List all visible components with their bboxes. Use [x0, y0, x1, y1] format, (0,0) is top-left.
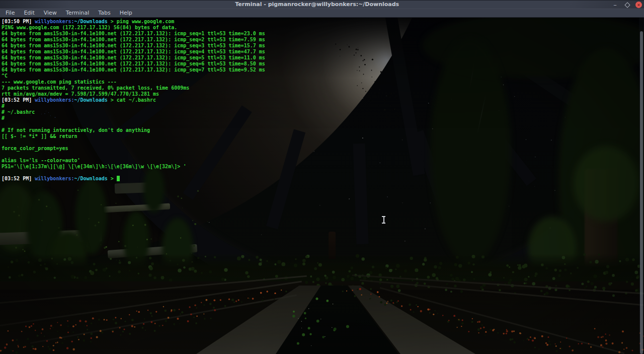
terminal-line: 64 bytes from ams15s30-in-f4.1e100.net (… [2, 31, 265, 37]
terminal-line: 64 bytes from ams15s30-in-f4.1e100.net (… [2, 61, 265, 67]
maximize-icon [624, 2, 630, 8]
window-controls: −× [611, 1, 642, 9]
close-icon: × [637, 3, 640, 8]
scrollbar-thumb[interactable] [640, 31, 643, 354]
window-titlebar[interactable]: Terminal - pigmanrocker@willybonkers:~/D… [0, 0, 644, 9]
terminal-line: 64 bytes from ams15s30-in-f4.1e100.net (… [2, 43, 265, 49]
maximize-button[interactable] [623, 1, 631, 9]
menu-item-terminal[interactable]: Terminal [61, 9, 94, 17]
terminal-line: PS1='\[\e[1;37m\][\@] \[\e[34m\]\h:\[\e[… [2, 164, 265, 170]
terminal-line: # [2, 115, 265, 121]
terminal-line: PING www.google.com (172.217.17.132) 56(… [2, 25, 265, 31]
menu-item-help[interactable]: Help [115, 9, 137, 17]
terminal-line: alias ls='ls --color=auto' [2, 158, 265, 164]
terminal-line: force_color_prompt=yes [2, 146, 265, 152]
terminal-line: 64 bytes from ams15s30-in-f4.1e100.net (… [2, 67, 265, 73]
mouse-cursor-ibeam [381, 216, 386, 224]
minimize-icon: − [613, 2, 616, 8]
menu-bar: FileEditViewTerminalTabsHelp [0, 9, 644, 18]
terminal-output[interactable]: [03:50 PM] willybonkers:~/Downloads > pi… [2, 19, 265, 182]
terminal-line: rtt min/avg/max/mdev = 7.598/17.599/47.7… [2, 91, 265, 97]
minimize-button[interactable]: − [611, 1, 619, 9]
terminal-line: 64 bytes from ams15s30-in-f4.1e100.net (… [2, 37, 265, 43]
terminal-line [2, 152, 265, 158]
terminal-cursor [117, 176, 120, 181]
terminal-line: # If not running interactively, don't do… [2, 127, 265, 133]
terminal-line: # [2, 103, 265, 109]
menu-item-view[interactable]: View [39, 9, 61, 17]
desktop-wallpaper: [03:50 PM] willybonkers:~/Downloads > pi… [0, 18, 644, 354]
terminal-line: 64 bytes from ams15s30-in-f4.1e100.net (… [2, 55, 265, 61]
terminal-line: 64 bytes from ams15s30-in-f4.1e100.net (… [2, 49, 265, 55]
terminal-line: [03:52 PM] willybonkers:~/Downloads > [2, 176, 265, 182]
window-title: Terminal - pigmanrocker@willybonkers:~/D… [235, 1, 399, 8]
menu-item-edit[interactable]: Edit [19, 9, 39, 17]
terminal-line: [03:50 PM] willybonkers:~/Downloads > pi… [2, 19, 265, 25]
terminal-line: # ~/.bashrc [2, 109, 265, 115]
scrollbar[interactable] [639, 18, 644, 354]
terminal-line: [[ $- != *i* ]] && return [2, 133, 265, 139]
screen: Terminal - pigmanrocker@willybonkers:~/D… [0, 0, 644, 354]
terminal-line: --- www.google.com ping statistics --- [2, 79, 265, 85]
close-button[interactable]: × [635, 2, 642, 8]
terminal-line: 7 packets transmitted, 7 received, 0% pa… [2, 85, 265, 91]
menu-item-file[interactable]: File [1, 9, 19, 17]
terminal-line [2, 170, 265, 176]
terminal-line [2, 121, 265, 127]
terminal-line: [03:52 PM] willybonkers:~/Downloads > ca… [2, 97, 265, 103]
terminal-line: ^C [2, 73, 265, 79]
terminal-line [2, 139, 265, 146]
menu-item-tabs[interactable]: Tabs [94, 9, 115, 17]
